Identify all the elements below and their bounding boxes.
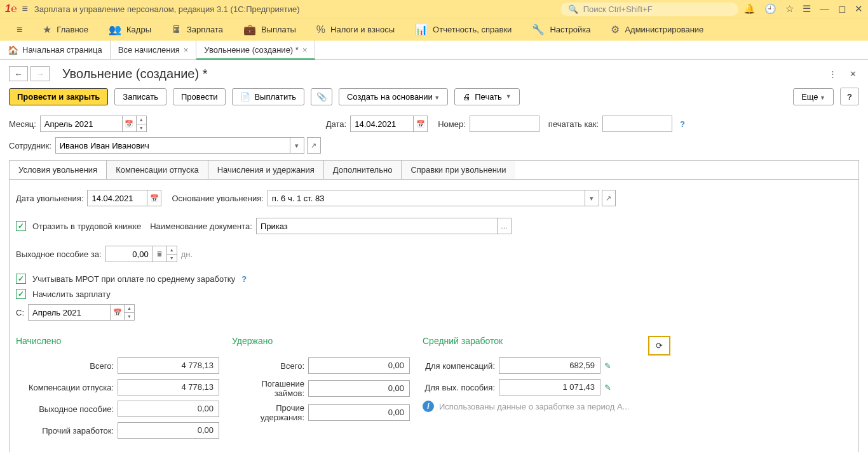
- menu-toggle[interactable]: ≡: [8, 20, 31, 39]
- menu-icon[interactable]: ≡: [22, 3, 28, 15]
- info-text: Использованы данные о заработке за перио…: [439, 402, 629, 411]
- minimize-icon[interactable]: —: [820, 3, 829, 15]
- tab-conditions[interactable]: Условия увольнения: [10, 161, 107, 179]
- vacation-comp-label: Компенсации отпуска:: [16, 383, 118, 392]
- step-down[interactable]: ▼: [137, 124, 146, 132]
- accrued-total: 4 778,13: [118, 357, 219, 374]
- step-up[interactable]: ▲: [167, 246, 177, 255]
- menu-admin[interactable]: ⚙Администрирование: [602, 20, 712, 39]
- info-icon: i: [423, 401, 434, 412]
- dropdown-icon[interactable]: ▾: [290, 137, 304, 154]
- menu-payments[interactable]: 💼Выплаты: [234, 20, 305, 39]
- month-label: Месяц:: [9, 119, 36, 129]
- print-as-input[interactable]: [602, 116, 672, 132]
- tab-certificates[interactable]: Справки при увольнении: [402, 161, 515, 179]
- date-input[interactable]: [350, 116, 414, 132]
- print-button[interactable]: 🖨Печать: [454, 88, 520, 105]
- menu-salary[interactable]: 🖩Зарплата: [163, 20, 232, 39]
- app-logo: 1℮: [5, 3, 17, 15]
- bell-icon[interactable]: 🔔: [743, 3, 756, 15]
- step-up[interactable]: ▲: [125, 305, 134, 313]
- number-label: Номер:: [438, 119, 466, 129]
- calendar-icon[interactable]: 📅: [123, 116, 137, 132]
- star-icon[interactable]: ☆: [785, 3, 794, 15]
- reason-input[interactable]: [268, 190, 585, 206]
- from-input[interactable]: [28, 304, 111, 321]
- pay-icon: 📄: [240, 92, 250, 102]
- refresh-icon: ⟳: [656, 341, 663, 350]
- help-link[interactable]: ?: [680, 119, 685, 129]
- tab-dismissal[interactable]: Увольнение (создание) * ×: [196, 41, 315, 60]
- global-search[interactable]: 🔍 Поиск Ctrl+Shift+F: [560, 3, 738, 16]
- app-title: Зарплата и управление персоналом, редакц…: [34, 4, 560, 14]
- post-and-close-button[interactable]: Провести и закрыть: [9, 88, 108, 105]
- pay-button[interactable]: 📄Выплатить: [232, 88, 304, 105]
- refresh-button[interactable]: ⟳: [648, 336, 670, 356]
- other-withheld-value: 0,00: [308, 404, 410, 421]
- close-page-icon[interactable]: ✕: [846, 67, 859, 80]
- step-down[interactable]: ▼: [167, 255, 177, 262]
- home-icon: 🏠: [8, 45, 18, 55]
- menu-settings[interactable]: 🔧Настройка: [523, 20, 599, 39]
- open-ref-icon[interactable]: ↗: [602, 190, 616, 206]
- attach-button[interactable]: 📎: [311, 88, 332, 105]
- calc-icon[interactable]: 🖩: [153, 246, 167, 262]
- docname-input[interactable]: [256, 218, 498, 234]
- vacation-comp-value: 4 778,13: [118, 379, 219, 396]
- step-up[interactable]: ▲: [137, 116, 146, 124]
- create-based-button[interactable]: Создать на основании: [339, 88, 448, 105]
- nav-forward-button[interactable]: →: [31, 66, 50, 81]
- other-income-label: Прочий заработок:: [16, 426, 118, 435]
- employee-input[interactable]: [55, 137, 290, 154]
- severance-input[interactable]: [105, 246, 153, 262]
- menu-reports[interactable]: 📊Отчетность, справки: [406, 20, 520, 39]
- accrue-label: Начислить зарплату: [32, 289, 111, 299]
- dropdown-icon[interactable]: ▾: [585, 190, 599, 206]
- month-input[interactable]: [40, 116, 123, 132]
- maximize-icon[interactable]: ◻: [838, 3, 846, 15]
- close-icon[interactable]: ✕: [855, 3, 863, 15]
- tab-close-icon[interactable]: ×: [302, 45, 308, 55]
- help-link[interactable]: ?: [241, 274, 247, 284]
- dismiss-date-input[interactable]: [87, 190, 147, 206]
- workbook-checkbox[interactable]: ✓: [16, 221, 26, 231]
- more-button[interactable]: Еще: [793, 88, 834, 105]
- menu-main[interactable]: ★Главное: [34, 20, 97, 39]
- severance-label: Выходное пособие за:: [16, 249, 102, 259]
- workbook-label: Отразить в трудовой книжке: [32, 222, 141, 231]
- write-button[interactable]: Записать: [114, 88, 166, 105]
- severance-unit: дн.: [181, 249, 193, 259]
- nav-back-button[interactable]: ←: [9, 66, 28, 81]
- post-button[interactable]: Провести: [173, 88, 226, 105]
- open-ref-icon[interactable]: ↗: [307, 137, 321, 154]
- tab-accruals-deductions[interactable]: Начисления и удержания: [208, 161, 324, 179]
- calendar-icon[interactable]: 📅: [111, 304, 125, 321]
- menu-taxes[interactable]: %Налоги и взносы: [308, 20, 403, 39]
- print-icon: 🖨: [463, 92, 471, 102]
- docname-label: Наименование документа:: [150, 222, 252, 231]
- other-withheld-label: Прочие удержания:: [232, 403, 308, 422]
- tab-home[interactable]: 🏠 Начальная страница: [0, 41, 111, 59]
- accrue-checkbox[interactable]: ✓: [16, 289, 26, 299]
- edit-icon[interactable]: ✎: [604, 361, 611, 371]
- calendar-icon[interactable]: 📅: [414, 116, 428, 132]
- tab-vacation-comp[interactable]: Компенсации отпуска: [107, 161, 208, 179]
- edit-icon[interactable]: ✎: [604, 383, 611, 392]
- menu-hr[interactable]: 👥Кадры: [100, 20, 160, 39]
- number-input[interactable]: [470, 116, 539, 132]
- from-label: С:: [16, 308, 24, 317]
- calendar-icon[interactable]: 📅: [147, 190, 161, 206]
- help-button[interactable]: ?: [840, 88, 859, 105]
- mrot-checkbox[interactable]: ✓: [16, 274, 26, 284]
- tab-additional[interactable]: Дополнительно: [324, 161, 402, 179]
- other-income-value: 0,00: [118, 422, 219, 439]
- more-actions-icon[interactable]: ⋮: [826, 67, 839, 80]
- step-down[interactable]: ▼: [125, 313, 134, 321]
- filter-icon[interactable]: ☰: [803, 3, 811, 15]
- tab-accruals[interactable]: Все начисления ×: [111, 41, 197, 59]
- ellipsis-icon[interactable]: …: [498, 218, 512, 234]
- dismiss-date-label: Дата увольнения:: [16, 194, 83, 203]
- tab-close-icon[interactable]: ×: [184, 45, 189, 55]
- for-comp-value: 682,59: [499, 357, 600, 374]
- history-icon[interactable]: 🕘: [764, 3, 776, 15]
